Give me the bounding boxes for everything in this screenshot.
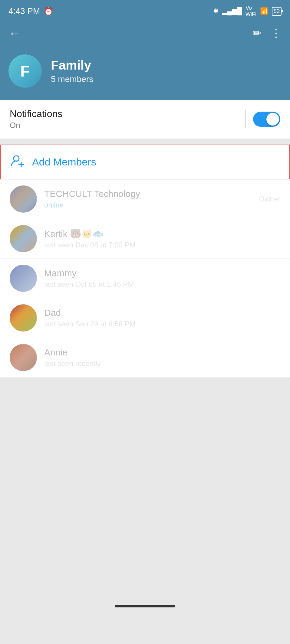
home-indicator [0,589,290,613]
avatar [10,344,37,371]
bottom-gray-area [0,378,290,589]
member-name: Dad [44,308,280,318]
battery-icon: 53 [272,7,282,16]
bluetooth-icon: ✱ [213,7,219,15]
svg-point-0 [14,156,19,161]
member-info: Mammy last seen Oct 05 at 1:46 PM [44,268,280,289]
group-header: F Family 5 members [0,48,290,100]
toggle-area [245,110,280,128]
list-item[interactable]: Dad last seen Sep 29 at 6:56 PM [0,298,290,338]
avatar [10,265,37,292]
notifications-status: On [10,121,62,130]
home-bar [115,605,175,607]
add-members-icon [10,154,25,170]
member-name: Mammy [44,268,280,278]
toolbar: ← ✏ ⋮ [0,21,290,48]
member-name: Kartik 🐻🐱🐟 [44,228,280,239]
divider [245,110,246,128]
member-name: TECHCULT Technology [44,189,252,199]
signal-icon: ▂▄▆█ [222,7,242,15]
separator [0,139,290,145]
content-area: Notifications On [0,100,290,139]
member-info: Kartik 🐻🐱🐟 last seen Dec 08 at 7:00 PM [44,228,280,249]
group-avatar: F [8,54,42,88]
member-info: Annie last seen recently [44,347,280,368]
status-time-area: 4:43 PM ⏰ [8,6,53,16]
admin-badge: Owner [259,195,280,203]
group-name: Family [51,58,93,73]
avatar [10,304,37,332]
notifications-toggle[interactable] [253,112,280,127]
member-list: TECHCULT Technology online Owner Kartik … [0,179,290,378]
toolbar-right: ✏ ⋮ [252,27,282,40]
list-item[interactable]: TECHCULT Technology online Owner [0,179,290,219]
add-members-label: Add Members [32,156,96,168]
notifications-label: Notifications On [10,108,62,130]
alarm-icon: ⏰ [44,7,53,16]
edit-icon[interactable]: ✏ [252,27,262,40]
status-time: 4:43 PM [8,6,40,16]
vo-wifi-icon: VoWiFi [246,5,256,18]
avatar [10,225,37,252]
list-item[interactable]: Kartik 🐻🐱🐟 last seen Dec 08 at 7:00 PM [0,219,290,259]
avatar [10,185,37,213]
notifications-title: Notifications [10,108,62,119]
member-status: online [44,201,252,209]
member-status: last seen Oct 05 at 1:46 PM [44,280,280,289]
list-item[interactable]: Mammy last seen Oct 05 at 1:46 PM [0,259,290,298]
member-name: Annie [44,347,280,358]
notifications-row: Notifications On [0,100,290,139]
group-avatar-letter: F [20,62,30,80]
status-bar: 4:43 PM ⏰ ✱ ▂▄▆█ VoWiFi 📶 53 [0,0,290,21]
group-info: Family 5 members [51,58,93,84]
more-options-icon[interactable]: ⋮ [271,27,282,40]
member-status: last seen recently [44,359,280,368]
add-members-row[interactable]: Add Members [0,145,290,179]
list-item[interactable]: Annie last seen recently [0,338,290,378]
wifi-icon: 📶 [260,7,268,15]
back-button[interactable]: ← [8,27,21,39]
member-info: Dad last seen Sep 29 at 6:56 PM [44,308,280,328]
status-icons: ✱ ▂▄▆█ VoWiFi 📶 53 [213,5,282,18]
member-status: last seen Dec 08 at 7:00 PM [44,241,280,249]
member-status: last seen Sep 29 at 6:56 PM [44,320,280,328]
group-members-count: 5 members [51,74,93,84]
member-info: TECHCULT Technology online [44,189,252,209]
